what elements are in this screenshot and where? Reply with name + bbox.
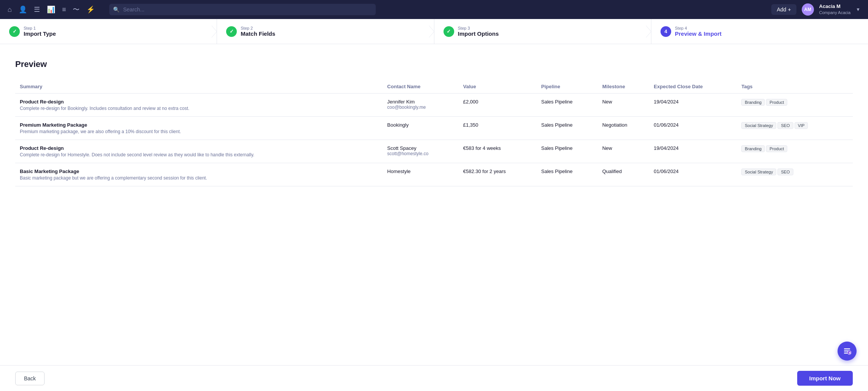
summary-title: Premium Marketing Package — [20, 122, 378, 128]
table-row: Product Re-designComplete re-design for … — [15, 94, 853, 117]
user-name: Acacia M — [819, 3, 851, 10]
cell-pipeline: Sales Pipeline — [537, 163, 598, 186]
cell-contact: Scott Spaceyscott@homestyle.co — [383, 140, 458, 163]
user-menu-chevron[interactable]: ▼ — [856, 7, 860, 12]
summary-desc: Complete re-design for Bookingly. Includ… — [20, 106, 378, 111]
step-1-num: Step 1 — [24, 26, 56, 30]
cell-summary: Product Re-designComplete re-design for … — [15, 94, 383, 117]
cell-tags: Social StrategySEOVIP — [737, 117, 853, 140]
tasks-icon[interactable]: ☰ — [34, 5, 40, 14]
user-company: Company Acacia — [819, 10, 851, 15]
step-4-num: Step 4 — [675, 26, 722, 30]
step-3-icon: ✓ — [444, 26, 454, 37]
step-4[interactable]: 4 Step 4 Preview & Import — [651, 19, 868, 44]
step-2-icon: ✓ — [226, 26, 237, 37]
cell-value: £2,000 — [458, 94, 536, 117]
step-2-num: Step 2 — [241, 26, 275, 30]
col-summary: Summary — [15, 80, 383, 94]
cell-close-date: 19/04/2024 — [649, 94, 737, 117]
nav-icons: ⌂ 👤 ☰ 📊 ≡ 〜 ⚡ — [8, 5, 95, 14]
tag: Social Strategy — [741, 122, 776, 129]
col-close-date: Expected Close Date — [649, 80, 737, 94]
col-value: Value — [458, 80, 536, 94]
cell-value: €582.30 for 2 years — [458, 163, 536, 186]
summary-desc: Complete re-design for Homestyle. Does n… — [20, 152, 378, 157]
cell-pipeline: Sales Pipeline — [537, 94, 598, 117]
cell-summary: Basic Marketing PackageBasic marketing p… — [15, 163, 383, 186]
top-navigation: ⌂ 👤 ☰ 📊 ≡ 〜 ⚡ 🔍 Add + AM Acacia M Compan… — [0, 0, 868, 19]
contacts-icon[interactable]: 👤 — [19, 5, 27, 14]
summary-desc: Basic marketing package but we are offer… — [20, 175, 378, 181]
lightning-icon[interactable]: ⚡ — [86, 5, 95, 14]
tag: SEO — [777, 122, 793, 129]
search-input[interactable] — [109, 4, 376, 15]
summary-title: Product Re-design — [20, 99, 378, 105]
chart-icon[interactable]: 〜 — [73, 5, 80, 14]
analytics-icon[interactable]: 📊 — [47, 5, 55, 14]
step-1-text: Step 1 Import Type — [24, 26, 56, 37]
avatar: AM — [802, 3, 814, 16]
tag: Product — [766, 99, 787, 106]
cell-milestone: Negotiation — [598, 117, 649, 140]
add-button[interactable]: Add + — [771, 4, 796, 15]
stepper: ✓ Step 1 Import Type ✓ Step 2 Match Fiel… — [0, 19, 868, 44]
tag: Social Strategy — [741, 168, 776, 175]
step-3[interactable]: ✓ Step 3 Import Options — [434, 19, 651, 44]
cell-contact: Bookingly — [383, 117, 458, 140]
col-tags: Tags — [737, 80, 853, 94]
search-icon: 🔍 — [113, 6, 120, 13]
tag: VIP — [795, 122, 808, 129]
col-contact: Contact Name — [383, 80, 458, 94]
cell-summary: Premium Marketing PackagePremium marketi… — [15, 117, 383, 140]
summary-title: Basic Marketing Package — [20, 168, 378, 174]
step-1-label: Import Type — [24, 30, 56, 37]
cell-value: €583 for 4 weeks — [458, 140, 536, 163]
table-row: Basic Marketing PackageBasic marketing p… — [15, 163, 853, 186]
tag: Branding — [741, 99, 765, 106]
cell-contact: Homestyle — [383, 163, 458, 186]
preview-table: Summary Contact Name Value Pipeline Mile… — [15, 80, 853, 186]
contact-name: Jennifer Kim — [387, 99, 454, 105]
contact-name: Scott Spacey — [387, 145, 454, 151]
cell-pipeline: Sales Pipeline — [537, 140, 598, 163]
contact-email: scott@homestyle.co — [387, 151, 454, 156]
list-icon[interactable]: ≡ — [62, 6, 66, 14]
fab-button[interactable]: ⊞ — [838, 342, 857, 361]
preview-title: Preview — [15, 59, 853, 69]
step-2-text: Step 2 Match Fields — [241, 26, 275, 37]
step-4-icon: 4 — [661, 26, 671, 37]
cell-value: £1,350 — [458, 117, 536, 140]
table-row: Product Re-designComplete re-design for … — [15, 140, 853, 163]
tag: Product — [766, 145, 787, 152]
svg-rect-0 — [844, 348, 850, 350]
table-row: Premium Marketing PackagePremium marketi… — [15, 117, 853, 140]
cell-tags: BrandingProduct — [737, 140, 853, 163]
summary-title: Product Re-design — [20, 145, 378, 151]
contact-name: Bookingly — [387, 122, 454, 128]
footer: Back Import Now — [0, 365, 868, 368]
step-1-icon: ✓ — [9, 26, 20, 37]
svg-text:⊞: ⊞ — [849, 351, 851, 354]
cell-milestone: New — [598, 94, 649, 117]
contact-name: Homestyle — [387, 168, 454, 174]
user-info: Acacia M Company Acacia — [819, 3, 851, 15]
step-3-label: Import Options — [458, 30, 499, 37]
topnav-right: Add + AM Acacia M Company Acacia ▼ — [771, 3, 860, 16]
cell-close-date: 01/06/2024 — [649, 163, 737, 186]
step-3-text: Step 3 Import Options — [458, 26, 499, 37]
step-2[interactable]: ✓ Step 2 Match Fields — [217, 19, 434, 44]
contact-email: coo@bookingly.me — [387, 105, 454, 110]
home-icon[interactable]: ⌂ — [8, 6, 12, 14]
search-wrapper: 🔍 — [109, 4, 376, 15]
table-header-row: Summary Contact Name Value Pipeline Mile… — [15, 80, 853, 94]
col-pipeline: Pipeline — [537, 80, 598, 94]
step-1[interactable]: ✓ Step 1 Import Type — [0, 19, 217, 44]
cell-close-date: 01/06/2024 — [649, 117, 737, 140]
cell-milestone: Qualified — [598, 163, 649, 186]
step-4-label: Preview & Import — [675, 30, 722, 37]
cell-close-date: 19/04/2024 — [649, 140, 737, 163]
step-4-text: Step 4 Preview & Import — [675, 26, 722, 37]
cell-milestone: New — [598, 140, 649, 163]
cell-summary: Product Re-designComplete re-design for … — [15, 140, 383, 163]
step-2-label: Match Fields — [241, 30, 275, 37]
